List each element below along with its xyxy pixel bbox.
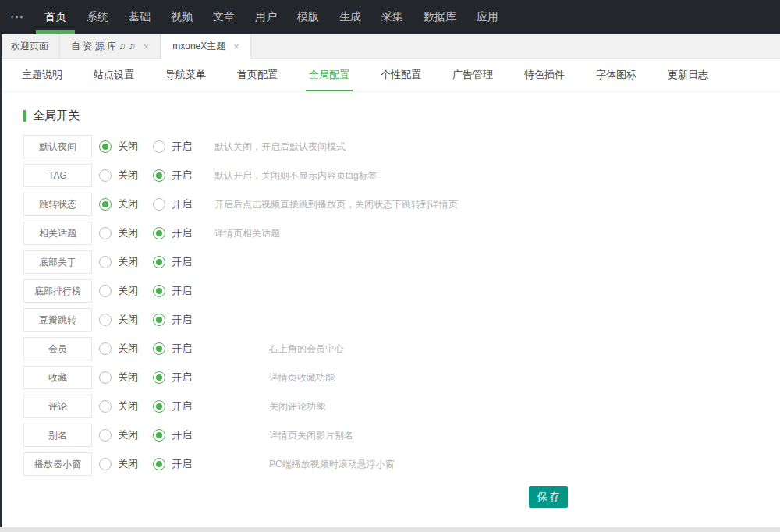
- nav-item-system[interactable]: 系统: [76, 0, 119, 34]
- nav-item-basic[interactable]: 基础: [119, 0, 161, 34]
- tab-font-icon[interactable]: 字体图标: [588, 59, 644, 91]
- radio-off[interactable]: 关闭: [99, 371, 146, 385]
- radio-off-label: 关闭: [118, 342, 138, 356]
- window-tab-mxonex[interactable]: mxoneX主题 ×: [161, 34, 251, 59]
- radio-off[interactable]: 关闭: [99, 197, 146, 211]
- switch-row-comment: 评论 关闭 开启 关闭评论功能: [0, 395, 780, 418]
- radio-off-label: 关闭: [118, 284, 138, 298]
- radio-off[interactable]: 关闭: [99, 457, 146, 471]
- switch-label: 底部关于: [23, 250, 92, 274]
- config-tabbar: 主题说明 站点设置 导航菜单 首页配置 全局配置 个性配置 广告管理 特色插件 …: [0, 59, 780, 92]
- radio-off-label: 关闭: [118, 399, 138, 413]
- window-tab-label: 欢迎页面: [11, 40, 48, 53]
- radio-circle-icon: [99, 140, 112, 153]
- switch-hint: 开启后点击视频直接跳到播放页，关闭状态下跳转到详情页: [214, 198, 458, 211]
- radio-off-label: 关闭: [118, 371, 138, 385]
- nav-item-video[interactable]: 视频: [161, 0, 203, 34]
- radio-circle-icon: [153, 256, 165, 268]
- nav-item-app[interactable]: 应用: [466, 0, 509, 34]
- radio-on-label: 开启: [172, 399, 192, 413]
- switch-hint: 关闭评论功能: [269, 400, 325, 413]
- radio-off-label: 关闭: [118, 255, 138, 269]
- switch-hint: 详情页相关话题: [214, 227, 280, 240]
- radio-on[interactable]: 开启: [153, 226, 200, 240]
- tab-ad-manage[interactable]: 广告管理: [445, 59, 501, 91]
- tab-nav-menu[interactable]: 导航菜单: [158, 59, 214, 91]
- tab-changelog[interactable]: 更新日志: [660, 59, 716, 91]
- radio-off[interactable]: 关闭: [99, 226, 146, 240]
- switch-label: 播放器小窗: [23, 452, 92, 476]
- radio-on[interactable]: 开启: [153, 168, 200, 183]
- radio-off[interactable]: 关闭: [99, 428, 146, 442]
- nav-item-template[interactable]: 模版: [287, 0, 329, 34]
- radio-on[interactable]: 开启: [153, 197, 200, 211]
- radio-on[interactable]: 开启: [153, 284, 200, 298]
- switch-row-member: 会员 关闭 开启 右上角的会员中心: [0, 337, 780, 360]
- radio-on[interactable]: 开启: [153, 342, 200, 356]
- radio-on-label: 开启: [172, 313, 192, 327]
- switch-hint: PC端播放视频时滚动悬浮小窗: [269, 458, 395, 471]
- radio-circle-icon: [99, 227, 112, 239]
- horizontal-scrollbar[interactable]: [0, 527, 780, 532]
- radio-circle-icon: [99, 256, 112, 268]
- radio-on[interactable]: 开启: [153, 255, 200, 269]
- radio-on-label: 开启: [172, 140, 192, 154]
- switch-label: 别名: [23, 424, 92, 447]
- nav-item-collect[interactable]: 采集: [371, 0, 413, 34]
- radio-on[interactable]: 开启: [153, 371, 200, 385]
- close-icon[interactable]: ×: [144, 41, 150, 52]
- radio-on-label: 开启: [172, 168, 192, 183]
- radio-off[interactable]: 关闭: [99, 140, 146, 154]
- radio-on[interactable]: 开启: [153, 399, 200, 413]
- section-title: 全局开关: [23, 108, 780, 123]
- radio-on[interactable]: 开启: [153, 313, 200, 327]
- radio-off-label: 关闭: [118, 428, 138, 442]
- nav-item-home[interactable]: 首页: [34, 0, 76, 34]
- radio-circle-icon: [153, 314, 165, 326]
- radio-off[interactable]: 关闭: [99, 284, 146, 298]
- radio-off[interactable]: 关闭: [99, 313, 146, 327]
- switch-label: TAG: [23, 164, 92, 187]
- more-menu-icon[interactable]: ⋯: [0, 0, 34, 34]
- switch-row-alias: 别名 关闭 开启 详情页关闭影片别名: [0, 424, 780, 447]
- radio-circle-icon: [153, 169, 165, 182]
- switch-label: 底部排行榜: [23, 279, 92, 303]
- switch-row-footer-about: 底部关于 关闭 开启: [0, 250, 780, 274]
- radio-on[interactable]: 开启: [153, 428, 200, 442]
- radio-circle-icon: [153, 458, 165, 470]
- radio-off-label: 关闭: [118, 140, 138, 154]
- radio-circle-icon: [153, 227, 165, 239]
- nav-item-article[interactable]: 文章: [203, 0, 245, 34]
- radio-on-label: 开启: [172, 255, 192, 269]
- radio-on[interactable]: 开启: [153, 140, 200, 154]
- radio-on[interactable]: 开启: [153, 457, 200, 471]
- radio-off[interactable]: 关闭: [99, 255, 146, 269]
- radio-off[interactable]: 关闭: [99, 342, 146, 356]
- tab-home-config[interactable]: 首页配置: [229, 59, 285, 91]
- switch-hint: 默认开启，关闭则不显示内容页tag标签: [214, 169, 378, 183]
- tab-global-config[interactable]: 全局配置: [301, 59, 357, 91]
- radio-on-label: 开启: [172, 342, 192, 356]
- radio-off-label: 关闭: [118, 226, 138, 240]
- tab-theme-intro[interactable]: 主题说明: [14, 59, 70, 91]
- tab-personal-config[interactable]: 个性配置: [373, 59, 429, 91]
- radio-circle-icon: [153, 198, 165, 211]
- switch-hint: 默认关闭，开启后默认夜间模式: [214, 140, 346, 154]
- nav-item-database[interactable]: 数据库: [413, 0, 466, 34]
- radio-on-label: 开启: [172, 457, 192, 471]
- tab-site-settings[interactable]: 站点设置: [86, 59, 142, 91]
- radio-off[interactable]: 关闭: [99, 399, 146, 413]
- tab-feature-plugin[interactable]: 特色插件: [516, 59, 573, 91]
- nav-item-user[interactable]: 用户: [245, 0, 287, 34]
- window-tab-resource[interactable]: 自 资 源 库 ♫ ♫ ×: [60, 34, 161, 58]
- switch-row-favorite: 收藏 关闭 开启 详情页收藏功能: [0, 366, 780, 389]
- close-icon[interactable]: ×: [233, 41, 239, 52]
- save-button[interactable]: 保存: [529, 486, 568, 508]
- radio-off[interactable]: 关闭: [99, 168, 146, 183]
- radio-circle-icon: [99, 285, 112, 297]
- radio-circle-icon: [99, 371, 112, 384]
- switch-row-footer-ranking: 底部排行榜 关闭 开启: [0, 279, 780, 303]
- window-tab-welcome[interactable]: 欢迎页面: [0, 34, 60, 58]
- window-tab-label: mxoneX主题: [172, 40, 225, 53]
- nav-item-generate[interactable]: 生成: [329, 0, 371, 34]
